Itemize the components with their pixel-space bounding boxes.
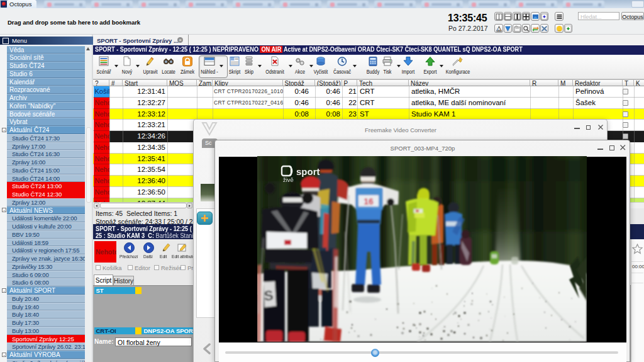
svg-text:živě: živě bbox=[283, 176, 294, 183]
svg-text:16: 16 bbox=[364, 196, 374, 206]
svg-text:sport: sport bbox=[296, 166, 320, 177]
svg-text:A: A bbox=[497, 26, 501, 32]
svg-text:S: S bbox=[264, 287, 274, 303]
